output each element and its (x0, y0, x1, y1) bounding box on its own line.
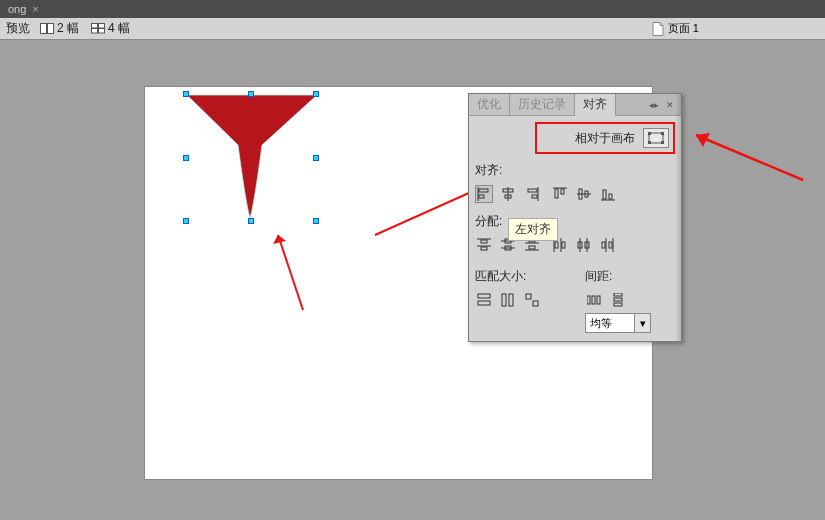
align-vcenter-icon (577, 187, 591, 201)
match-both-icon (525, 293, 539, 307)
canvas-target-icon (648, 132, 664, 144)
svg-rect-48 (555, 242, 558, 248)
align-top-icon (553, 187, 567, 201)
svg-rect-50 (562, 242, 565, 248)
match-both-button[interactable] (523, 291, 541, 309)
align-section-label: 对齐: (475, 162, 675, 179)
relative-to-canvas-row: 相对于画布 (535, 122, 675, 154)
svg-rect-65 (587, 296, 590, 304)
document-tab-name: ong (8, 3, 26, 15)
align-panel: 优化 历史记录 对齐 ◂▸ ✕ 相对于画布 对齐: (468, 93, 682, 342)
selection-handle[interactable] (313, 218, 319, 224)
svg-marker-11 (696, 133, 710, 147)
align-left-button[interactable] (475, 185, 493, 203)
panel-scroll-shadow (675, 94, 681, 341)
gap-horizontal-button[interactable] (585, 291, 603, 309)
svg-rect-18 (479, 189, 488, 192)
gap-label: 间距: (585, 268, 675, 285)
align-right-button[interactable] (523, 185, 541, 203)
svg-rect-67 (597, 296, 600, 304)
distribute-top-icon (477, 238, 491, 252)
tab-history[interactable]: 历史记录 (510, 94, 575, 115)
tab-align[interactable]: 对齐 (575, 94, 616, 116)
gap-mode-dropdown[interactable]: ▾ (585, 313, 651, 333)
close-icon[interactable]: × (32, 3, 38, 15)
relative-to-canvas-label: 相对于画布 (575, 130, 635, 147)
svg-rect-36 (481, 240, 487, 243)
selection-handle[interactable] (313, 91, 319, 97)
svg-rect-59 (478, 294, 490, 298)
svg-rect-15 (648, 141, 651, 144)
svg-rect-34 (609, 194, 612, 199)
svg-rect-62 (509, 294, 513, 306)
preview-label[interactable]: 预览 (6, 20, 30, 37)
match-height-button[interactable] (499, 291, 517, 309)
svg-rect-3 (99, 24, 105, 29)
svg-rect-68 (614, 293, 622, 296)
svg-rect-63 (526, 294, 531, 299)
selection-handle[interactable] (183, 218, 189, 224)
panel-body: 相对于画布 对齐: 分配: (469, 116, 681, 341)
document-tab[interactable]: ong × (0, 1, 47, 17)
svg-rect-58 (609, 242, 612, 248)
annotation-arrow (688, 125, 808, 185)
selected-shape[interactable] (182, 90, 322, 225)
document-tab-bar: ong × (0, 0, 825, 18)
match-width-button[interactable] (475, 291, 493, 309)
gap-mode-value[interactable] (586, 317, 634, 329)
svg-rect-0 (41, 24, 47, 34)
panel-menu-icon[interactable]: ◂▸ (647, 98, 661, 112)
svg-rect-56 (602, 242, 605, 248)
distribute-right-icon (601, 238, 615, 252)
align-vcenter-button[interactable] (575, 185, 593, 203)
distribute-top-button[interactable] (475, 236, 493, 254)
svg-rect-12 (649, 133, 663, 143)
distribute-right-button[interactable] (599, 236, 617, 254)
tab-optimize[interactable]: 优化 (469, 94, 510, 115)
view-toolbar: 预览 2 幅 4 幅 页面 1 (0, 18, 825, 40)
svg-rect-46 (529, 246, 535, 249)
four-up-button[interactable]: 4 幅 (87, 19, 134, 38)
two-up-label: 2 幅 (57, 20, 79, 37)
svg-rect-61 (502, 294, 506, 306)
selection-handle[interactable] (313, 155, 319, 161)
svg-rect-27 (555, 189, 558, 198)
svg-rect-33 (603, 190, 606, 199)
svg-rect-28 (561, 189, 564, 194)
svg-line-10 (696, 135, 803, 180)
align-hcenter-button[interactable] (499, 185, 517, 203)
match-height-icon (501, 293, 515, 307)
selection-handle[interactable] (183, 155, 189, 161)
page-icon (652, 22, 664, 36)
chevron-down-icon[interactable]: ▾ (634, 314, 650, 332)
svg-rect-2 (92, 24, 98, 29)
align-bottom-button[interactable] (599, 185, 617, 203)
align-bottom-icon (601, 187, 615, 201)
four-up-icon (91, 23, 105, 34)
relative-to-canvas-button[interactable] (643, 128, 669, 148)
svg-rect-16 (661, 141, 664, 144)
selection-handle[interactable] (248, 91, 254, 97)
align-top-button[interactable] (551, 185, 569, 203)
tooltip-left-align: 左对齐 (508, 218, 558, 241)
svg-rect-38 (481, 247, 487, 250)
svg-rect-14 (661, 132, 664, 135)
svg-rect-64 (533, 301, 538, 306)
svg-rect-66 (592, 296, 595, 304)
page-label[interactable]: 页面 1 (668, 21, 699, 36)
align-right-icon (525, 187, 539, 201)
align-hcenter-icon (501, 187, 515, 201)
gap-vertical-icon (611, 293, 625, 307)
two-up-icon (40, 23, 54, 34)
match-size-label: 匹配大小: (475, 268, 565, 285)
pages-section: 页面 1 (652, 21, 819, 36)
distribute-hcenter-button[interactable] (575, 236, 593, 254)
selection-handle[interactable] (183, 91, 189, 97)
two-up-button[interactable]: 2 幅 (36, 19, 83, 38)
selection-handle[interactable] (248, 218, 254, 224)
match-width-icon (477, 293, 491, 307)
four-up-label: 4 幅 (108, 20, 130, 37)
svg-rect-60 (478, 301, 490, 305)
gap-vertical-button[interactable] (609, 291, 627, 309)
distribute-hcenter-icon (577, 238, 591, 252)
